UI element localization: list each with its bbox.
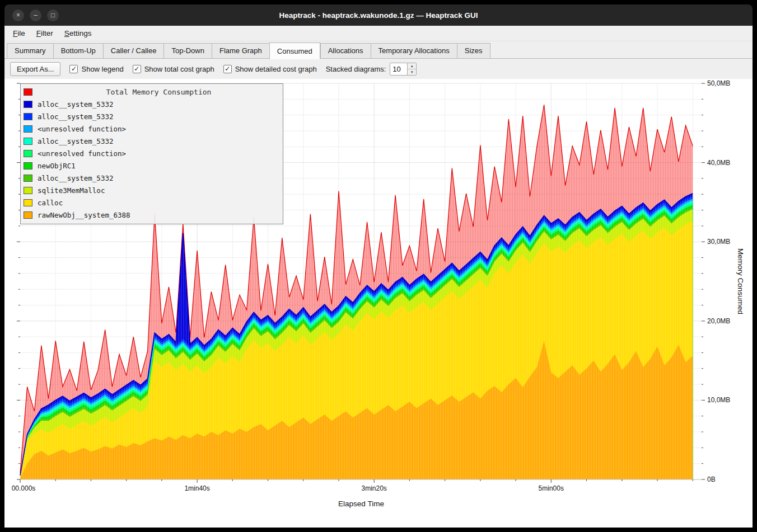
legend-label: calloc xyxy=(38,199,63,207)
checkbox-icon: ✓ xyxy=(223,65,232,73)
close-button[interactable]: × xyxy=(12,10,24,21)
tab-bar: SummaryBottom-UpCaller / CalleeTop-DownF… xyxy=(4,41,753,59)
legend-label: sqlite3MemMalloc xyxy=(38,186,105,195)
legend-item: alloc__system_5332 xyxy=(24,172,280,184)
svg-text:Elapsed Time: Elapsed Time xyxy=(338,500,384,508)
svg-text:1min40s: 1min40s xyxy=(184,484,209,492)
maximize-icon: □ xyxy=(51,11,55,19)
tab-allocations[interactable]: Allocations xyxy=(320,43,371,59)
checkbox-show-total-cost-graph[interactable]: ✓Show total cost graph xyxy=(133,65,214,73)
maximize-button[interactable]: □ xyxy=(47,10,59,21)
legend-item: <unresolved function> xyxy=(24,123,280,135)
tab-temporary-allocations[interactable]: Temporary Allocations xyxy=(371,43,457,59)
checkbox-label: Show legend xyxy=(81,65,123,73)
legend-title-row: Total Memory Consumption xyxy=(24,86,280,98)
toolbar-checkboxes: ✓Show legend✓Show total cost graph✓Show … xyxy=(69,65,316,73)
checkbox-show-legend[interactable]: ✓Show legend xyxy=(69,65,123,73)
legend-swatch xyxy=(24,187,32,194)
menu-settings[interactable]: Settings xyxy=(59,27,97,40)
legend-label: alloc__system_5332 xyxy=(38,174,113,182)
export-as-button[interactable]: Export As... xyxy=(10,62,60,76)
svg-text:40,0MB: 40,0MB xyxy=(707,159,730,167)
menu-file[interactable]: File xyxy=(8,27,30,40)
window-controls: × – □ xyxy=(4,10,59,21)
legend-item: <unresolved function> xyxy=(24,147,280,159)
close-icon: × xyxy=(16,11,20,19)
minimize-button[interactable]: – xyxy=(30,10,41,21)
tab-bottom-up[interactable]: Bottom-Up xyxy=(53,43,103,59)
tab-summary[interactable]: Summary xyxy=(7,43,53,59)
svg-text:30,0MB: 30,0MB xyxy=(707,238,730,246)
legend-swatch xyxy=(24,211,32,219)
legend-swatch xyxy=(24,199,32,206)
legend-swatch xyxy=(24,138,32,145)
legend-item: alloc__system_5332 xyxy=(24,98,280,110)
minimize-icon: – xyxy=(34,11,38,19)
legend-swatch xyxy=(24,113,32,120)
svg-text:0B: 0B xyxy=(707,475,716,483)
svg-text:3min20s: 3min20s xyxy=(362,484,387,492)
tab-consumed[interactable]: Consumed xyxy=(269,43,320,59)
legend-label: <unresolved function> xyxy=(38,125,126,133)
checkbox-icon: ✓ xyxy=(69,65,78,73)
checkbox-label: Show total cost graph xyxy=(144,65,214,73)
svg-text:50,0MB: 50,0MB xyxy=(707,79,730,87)
legend-swatch xyxy=(24,101,32,108)
tab-top-down[interactable]: Top-Down xyxy=(163,43,212,59)
legend-label: alloc__system_5332 xyxy=(38,112,113,121)
legend-label: alloc__system_5332 xyxy=(38,100,113,109)
legend-item: newObjRC1 xyxy=(24,159,280,172)
legend-item: calloc xyxy=(24,196,280,209)
checkbox-label: Show detailed cost graph xyxy=(235,65,317,73)
stacked-diagrams-control: Stacked diagrams: 10 ▲ ▼ xyxy=(326,63,417,76)
menubar: File Filter Settings xyxy=(4,26,753,41)
tab-flame-graph[interactable]: Flame Graph xyxy=(212,43,269,59)
legend-label: Total Memory Consumption xyxy=(38,88,280,96)
spin-up-icon: ▲ xyxy=(410,64,414,68)
stacked-diagrams-spinbox: 10 ▲ ▼ xyxy=(390,63,417,76)
legend-swatch xyxy=(24,162,32,170)
checkbox-show-detailed-cost-graph[interactable]: ✓Show detailed cost graph xyxy=(223,65,317,73)
legend-item: alloc__system_5332 xyxy=(24,110,280,123)
legend-item: sqlite3MemMalloc xyxy=(24,184,280,196)
window-title: Heaptrack - heaptrack.wakunode.1.gz — He… xyxy=(4,11,753,20)
legend-item: rawNewObj__system_6388 xyxy=(24,209,280,221)
legend-swatch xyxy=(24,125,32,133)
tab-caller-callee[interactable]: Caller / Callee xyxy=(103,43,164,59)
svg-text:5min00s: 5min00s xyxy=(539,484,564,492)
legend-swatch xyxy=(24,175,32,182)
svg-text:10,0MB: 10,0MB xyxy=(707,396,730,404)
spin-down-icon: ▼ xyxy=(410,70,414,74)
legend-swatch xyxy=(24,88,32,96)
svg-text:Memory Consumed: Memory Consumed xyxy=(736,248,745,314)
legend-swatch xyxy=(24,150,32,157)
legend-label: rawNewObj__system_6388 xyxy=(38,211,130,219)
stacked-diagrams-label: Stacked diagrams: xyxy=(326,65,386,73)
legend-label: <unresolved function> xyxy=(38,149,126,158)
menu-filter[interactable]: Filter xyxy=(31,27,58,40)
consumed-chart: 00.000s1min40s3min20s5min00s0B10,0MB20,0… xyxy=(4,79,753,528)
tab-sizes[interactable]: Sizes xyxy=(457,43,490,59)
legend-item: alloc__system_5332 xyxy=(24,135,280,147)
spin-down-button[interactable]: ▼ xyxy=(408,69,416,75)
heaptrack-window: × – □ Heaptrack - heaptrack.wakunode.1.g… xyxy=(0,0,757,532)
chart-legend: Total Memory Consumptionalloc__system_53… xyxy=(20,83,283,224)
spin-up-button[interactable]: ▲ xyxy=(408,63,416,69)
checkbox-icon: ✓ xyxy=(133,65,141,73)
legend-label: newObjRC1 xyxy=(38,162,76,170)
toolbar: Export As... ✓Show legend✓Show total cos… xyxy=(4,59,753,79)
stacked-diagrams-input[interactable]: 10 xyxy=(390,63,407,75)
svg-text:00.000s: 00.000s xyxy=(12,484,36,492)
legend-label: alloc__system_5332 xyxy=(38,137,113,145)
svg-text:20,0MB: 20,0MB xyxy=(707,317,730,325)
titlebar: × – □ Heaptrack - heaptrack.wakunode.1.g… xyxy=(4,4,753,26)
